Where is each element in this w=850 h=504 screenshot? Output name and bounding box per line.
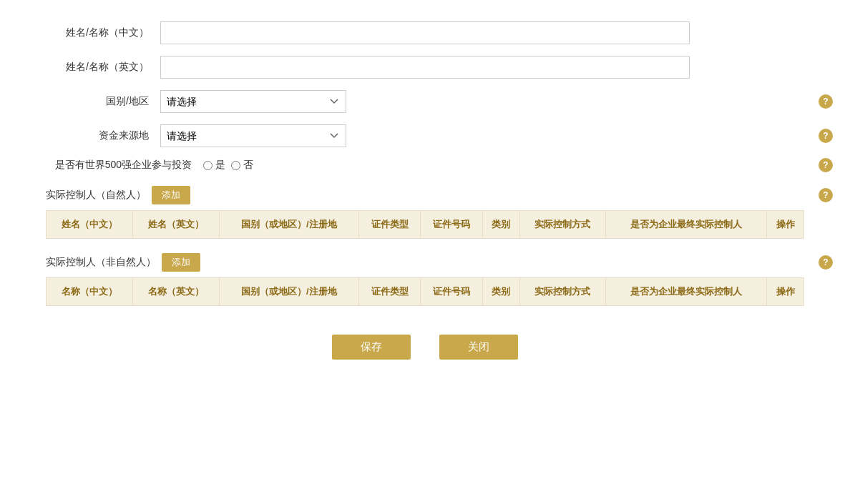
- country-help-icon[interactable]: ?: [819, 94, 833, 109]
- name-en-row: 姓名/名称（英文）: [46, 56, 804, 79]
- country-label: 国别/地区: [46, 95, 160, 108]
- nnp-col-name-cn: 名称（中文）: [47, 278, 133, 306]
- natural-person-header-row: 实际控制人（自然人） 添加 ?: [46, 186, 804, 204]
- nnp-col-category: 类别: [482, 278, 519, 306]
- name-cn-label: 姓名/名称（中文）: [46, 26, 160, 39]
- fortune500-row: 是否有世界500强企业参与投资 是 否 ?: [46, 159, 804, 172]
- page-container: 姓名/名称（中文） 姓名/名称（英文） 国别/地区 请选择 ? 资金来源地 请选…: [46, 21, 804, 374]
- np-col-country: 国别（或地区）/注册地: [219, 211, 358, 239]
- fortune500-yes-radio[interactable]: [203, 161, 212, 170]
- np-col-cert-no: 证件号码: [421, 211, 482, 239]
- non-natural-person-table: 名称（中文） 名称（英文） 国别（或地区）/注册地 证件类型 证件号码 类别 实…: [46, 277, 804, 306]
- non-natural-person-table-header: 名称（中文） 名称（英文） 国别（或地区）/注册地 证件类型 证件号码 类别 实…: [47, 278, 804, 306]
- fund-source-label: 资金来源地: [46, 129, 160, 142]
- name-cn-row: 姓名/名称（中文）: [46, 21, 804, 44]
- np-col-cert-type: 证件类型: [358, 211, 420, 239]
- natural-person-table: 姓名（中文） 姓名（英文） 国别（或地区）/注册地 证件类型 证件号码 类别 实…: [46, 210, 804, 239]
- natural-person-wrapper: 实际控制人（自然人） 添加 ? 姓名（中文） 姓名（英文） 国别（或地区）/注册…: [46, 186, 804, 239]
- nnp-col-operation: 操作: [767, 278, 804, 306]
- non-natural-person-add-button[interactable]: 添加: [162, 253, 200, 272]
- name-cn-input[interactable]: [160, 21, 690, 44]
- fortune500-no-label[interactable]: 否: [231, 159, 253, 172]
- np-col-name-en: 姓名（英文）: [132, 211, 219, 239]
- fortune500-label: 是否有世界500强企业参与投资: [46, 159, 203, 172]
- fortune500-yes-label[interactable]: 是: [203, 159, 225, 172]
- nnp-col-cert-type: 证件类型: [358, 278, 420, 306]
- yes-text: 是: [215, 159, 225, 172]
- nnp-col-name-en: 名称（英文）: [132, 278, 219, 306]
- np-col-operation: 操作: [767, 211, 804, 239]
- form-section: 姓名/名称（中文） 姓名/名称（英文） 国别/地区 请选择 ? 资金来源地 请选…: [46, 21, 804, 172]
- nnp-col-country: 国别（或地区）/注册地: [219, 278, 358, 306]
- close-button[interactable]: 关闭: [439, 335, 518, 360]
- no-text: 否: [243, 159, 253, 172]
- fund-source-select[interactable]: 请选择: [160, 124, 346, 147]
- non-natural-person-wrapper: 实际控制人（非自然人） 添加 ? 名称（中文） 名称（英文） 国别（或地区）/注…: [46, 253, 804, 306]
- np-col-is-final-controller: 是否为企业最终实际控制人: [606, 211, 767, 239]
- np-col-category: 类别: [482, 211, 519, 239]
- non-natural-person-title: 实际控制人（非自然人）: [46, 256, 156, 269]
- fortune500-radio-group: 是 否: [203, 159, 253, 172]
- np-col-name-cn: 姓名（中文）: [47, 211, 133, 239]
- country-select[interactable]: 请选择: [160, 90, 346, 113]
- bottom-buttons: 保存 关闭: [46, 335, 804, 374]
- np-col-control-method: 实际控制方式: [519, 211, 606, 239]
- natural-person-title: 实际控制人（自然人）: [46, 189, 146, 202]
- fund-source-help-icon[interactable]: ?: [819, 129, 833, 143]
- non-natural-person-header-row: 实际控制人（非自然人） 添加 ?: [46, 253, 804, 272]
- country-row: 国别/地区 请选择 ?: [46, 90, 804, 113]
- fund-source-row: 资金来源地 请选择 ?: [46, 124, 804, 147]
- non-natural-person-help-icon[interactable]: ?: [819, 255, 833, 270]
- natural-person-add-button[interactable]: 添加: [152, 186, 190, 204]
- name-en-input[interactable]: [160, 56, 690, 79]
- name-en-label: 姓名/名称（英文）: [46, 61, 160, 74]
- fortune500-help-icon[interactable]: ?: [819, 158, 833, 172]
- nnp-col-control-method: 实际控制方式: [519, 278, 606, 306]
- save-button[interactable]: 保存: [332, 335, 411, 360]
- natural-person-help-icon[interactable]: ?: [819, 188, 833, 202]
- fortune500-no-radio[interactable]: [231, 161, 240, 170]
- nnp-col-cert-no: 证件号码: [421, 278, 482, 306]
- nnp-col-is-final-controller: 是否为企业最终实际控制人: [606, 278, 767, 306]
- natural-person-table-header: 姓名（中文） 姓名（英文） 国别（或地区）/注册地 证件类型 证件号码 类别 实…: [47, 211, 804, 239]
